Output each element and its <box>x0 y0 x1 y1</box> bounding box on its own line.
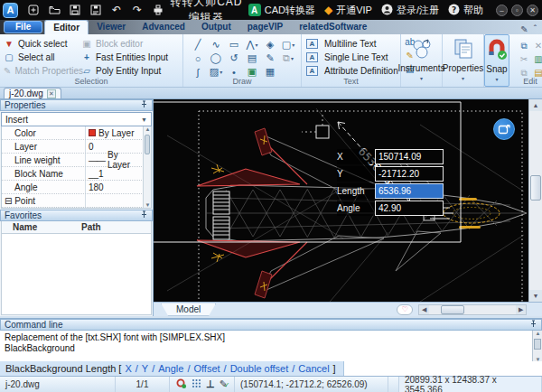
drawing-canvas[interactable]: 6536.96 X 150714.09 Y -21712.20 Length 6… <box>154 99 528 302</box>
property-row[interactable]: Angle 180 <box>2 181 151 194</box>
block-editor-button[interactable]: ▣ Block editor <box>81 37 182 51</box>
save-icon[interactable] <box>69 4 81 16</box>
length-value-field[interactable]: 6536.96 <box>375 183 444 199</box>
option-offset-link[interactable]: Offset <box>193 363 220 374</box>
option-angle-link[interactable]: Angle <box>158 363 183 374</box>
angle-value-field[interactable]: 42.90 <box>375 201 444 216</box>
ortho-toggle-icon[interactable]: ⊥ <box>206 379 215 389</box>
command-scrollbar[interactable]: ▲ ▼ <box>532 331 542 362</box>
tab-editor[interactable]: Editor <box>44 20 89 34</box>
pencil-dropdown-icon[interactable]: ✎ <box>520 24 528 34</box>
tab-output[interactable]: Output <box>193 20 239 34</box>
undo-icon[interactable]: ↶ <box>110 4 123 16</box>
close-document-icon[interactable]: ✕ <box>47 89 56 98</box>
block-tool-icon[interactable]: ◈ <box>261 38 279 51</box>
tab-advanced[interactable]: Advanced <box>134 20 193 34</box>
cut-icon[interactable]: ✂ <box>517 52 531 66</box>
boundary-tool-icon[interactable]: ▢▾ <box>279 38 297 51</box>
delete-icon[interactable]: ✕ <box>531 39 542 52</box>
tab-pagevip[interactable]: pageVIP <box>239 20 291 34</box>
tab-file[interactable]: File <box>4 21 42 33</box>
fast-entities-input-button[interactable]: + Fast Entities Input <box>81 51 182 64</box>
option-y-link[interactable]: Y <box>142 363 148 374</box>
selection-group-label: Selection <box>0 77 182 86</box>
app-logo-icon[interactable]: A <box>3 3 18 18</box>
pin-icon[interactable] <box>529 320 537 330</box>
new-file-icon[interactable] <box>27 4 40 16</box>
model-tab[interactable]: Model <box>161 303 216 316</box>
maximize-button[interactable]: ▫ <box>511 5 523 16</box>
y-value-field[interactable]: -21712.20 <box>375 166 444 182</box>
copy-icon[interactable]: ⧉ <box>517 39 531 52</box>
draw-mode-toggle-icon[interactable]: ✎✓ <box>220 379 228 389</box>
open-file-icon[interactable] <box>48 4 61 16</box>
login-button[interactable]: 登录/注册 <box>381 4 439 17</box>
instruments-button[interactable]: Instruments ▾ <box>401 34 443 87</box>
pin-icon[interactable] <box>140 210 148 220</box>
screenshot-tool-button[interactable] <box>493 118 515 140</box>
save-as-icon[interactable] <box>89 4 102 16</box>
collapse-point-icon[interactable]: ⊟ <box>5 196 12 206</box>
option-double-offset-link[interactable]: Double offset <box>230 363 289 374</box>
quick-select-button[interactable]: ▼ Quick select <box>4 37 79 51</box>
properties-dropdown-icon[interactable]: ▾ <box>462 75 464 81</box>
paste-icon[interactable]: ▥ <box>531 52 542 66</box>
pickbox-cursor <box>316 126 329 138</box>
multiline-tool-icon[interactable]: ⋀▾ <box>243 38 261 51</box>
option-cancel-link[interactable]: Cancel <box>298 363 329 374</box>
property-row[interactable]: Color By Layer <box>2 126 151 140</box>
ellipse-tool-icon[interactable]: ◯ <box>207 51 225 65</box>
line-tool-icon[interactable]: ╱ <box>189 38 207 51</box>
snap-button[interactable]: Snap ▾ <box>484 34 509 87</box>
print-icon[interactable] <box>152 4 164 16</box>
vertical-scrollbar[interactable]: ▲ ▼ <box>528 99 542 302</box>
vip-button[interactable]: ◆ 开通VIP <box>324 4 372 17</box>
command-line-panel: Command line Replacement of the [txt.SHX… <box>0 318 542 361</box>
document-tab-bar: j-20.dwg ✕ <box>0 88 542 99</box>
polyline-tool-icon[interactable]: ∿ <box>207 38 225 51</box>
select-all-button[interactable]: ▢ Select all <box>4 51 79 64</box>
cad-converter-button[interactable]: A CAD转换器 <box>248 4 315 17</box>
instruments-dropdown-icon[interactable]: ▾ <box>420 75 423 81</box>
rectangle-tool-icon[interactable]: ▭ <box>225 38 243 51</box>
raster-image-tool-icon[interactable]: ▤ <box>243 51 261 65</box>
cad-editor-window: A ↶ ↷ 转转大师CAD编辑器 A CAD转换器 ◆ 开通VIP <box>0 0 542 392</box>
horizontal-scrollbar[interactable]: ◀ ▶ <box>418 304 527 315</box>
command-history[interactable]: Replacement of the [txt.SHX] font with [… <box>0 331 542 362</box>
properties-scrollbar[interactable]: ▲ ▼ <box>143 126 151 208</box>
arc-tool-icon[interactable]: ↺ <box>225 51 243 65</box>
tab-relatedsoftware[interactable]: relatedSoftware <box>291 20 375 34</box>
document-tab[interactable]: j-20.dwg ✕ <box>4 88 61 98</box>
minimize-button[interactable]: – <box>496 5 508 16</box>
single-line-text-button[interactable]: A Single Line Text <box>306 51 398 64</box>
vertical-scroll-thumb[interactable] <box>530 175 541 201</box>
collapse-ribbon-icon[interactable]: ˆ <box>534 24 537 34</box>
vip-diamond-icon: ◆ <box>324 4 332 16</box>
entity-type-select[interactable]: Insert ▼ <box>1 112 152 126</box>
poly-entity-input-button[interactable]: ▱ Poly Entity Input <box>81 64 182 78</box>
object-snap-toggle-icon[interactable] <box>176 378 187 391</box>
redo-icon[interactable]: ↷ <box>131 4 144 16</box>
favorites-list[interactable] <box>1 234 152 315</box>
property-row[interactable]: Line weight ——By Layer▼ <box>2 154 151 167</box>
draw-group-label: Draw <box>183 77 301 86</box>
match-properties-button[interactable]: ✎ Match Properties <box>4 64 79 78</box>
properties-button[interactable]: Properties ▾ <box>443 34 484 87</box>
attribute-definition-button[interactable]: A Attribute Definition <box>306 64 398 78</box>
pen-tool-icon[interactable]: ✎ <box>261 51 279 65</box>
close-button[interactable]: ✕ <box>527 5 538 16</box>
x-value-field[interactable]: 150714.09 <box>375 149 444 164</box>
circle-tool-icon[interactable]: ○ <box>189 51 207 65</box>
grid-toggle-icon[interactable] <box>192 378 201 390</box>
property-row[interactable]: ⊟ Point <box>2 194 151 208</box>
quick-view-button[interactable]: ♡ <box>397 304 413 315</box>
multiline-text-button[interactable]: A Multiline Text <box>306 37 398 51</box>
help-button[interactable]: ? 帮助 <box>448 4 483 17</box>
tab-viewer[interactable]: Viewer <box>89 20 134 34</box>
property-row[interactable]: Block Name __1 <box>2 167 151 181</box>
pin-icon[interactable] <box>140 100 148 110</box>
option-x-link[interactable]: X <box>125 363 131 374</box>
snap-dropdown-icon[interactable]: ▾ <box>495 76 498 82</box>
horizontal-scroll-thumb[interactable] <box>441 305 464 314</box>
region-tool-icon[interactable]: ⧉▾ <box>279 51 297 65</box>
